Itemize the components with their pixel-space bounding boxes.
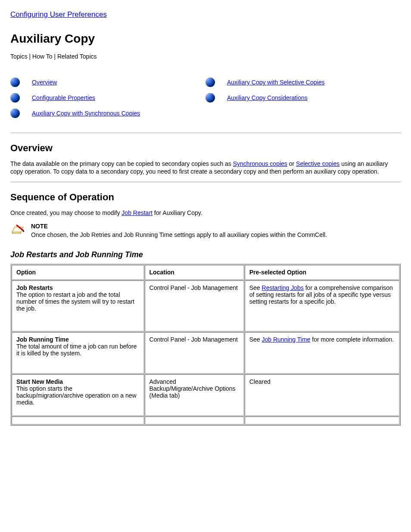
col-preselected: Pre-selected Option — [245, 265, 399, 280]
see-also-post: for Auxiliary Copy. — [154, 209, 202, 216]
bullet-icon — [206, 93, 215, 103]
col-option: Option — [12, 265, 144, 280]
parameters-table: Option Location Pre-selected Option Job … — [10, 264, 401, 426]
overview-paragraph: The data available on the primary copy c… — [10, 160, 401, 175]
topic-item: Auxiliary Copy with Synchronous Copies — [10, 109, 206, 118]
bullet-icon — [10, 109, 20, 118]
cell-location: Control Panel - Job Management — [145, 280, 244, 331]
divider — [10, 182, 401, 182]
see-also-link-job-restart[interactable]: Job Restart — [121, 209, 153, 216]
note-text: Once chosen, the Job Retries and Job Run… — [31, 231, 327, 238]
overview-text-mid: or — [289, 160, 296, 167]
opt-name: Start New Media — [16, 378, 63, 385]
config-heading: Sequence of Operation — [10, 192, 401, 203]
overview-text-pre: The data available on the primary copy c… — [10, 160, 233, 167]
job-restart-heading: Job Restarts and Job Running Time — [10, 250, 401, 259]
table-row — [12, 417, 399, 424]
cell-empty — [145, 417, 244, 424]
see-also-pre: Once created, you may choose to modify — [10, 209, 121, 216]
bullet-icon — [10, 93, 20, 103]
overview-link-selective-copies[interactable]: Selective copies — [296, 160, 339, 167]
breadcrumb: Configuring User Preferences — [10, 10, 401, 19]
topic-link-aux-copy-sync[interactable]: Auxiliary Copy with Synchronous Copies — [32, 110, 140, 117]
ref-pre: See — [249, 336, 262, 343]
topic-link-aux-copy-considerations[interactable]: Auxiliary Copy Considerations — [227, 94, 308, 101]
table-row: Start New Media This option starts the b… — [12, 374, 399, 416]
cell-location: Advanced Backup/Migrate/Archive Options … — [145, 374, 244, 416]
topic-item: Auxiliary Copy Considerations — [206, 93, 401, 103]
overview-link-sync-copies[interactable]: Synchronous copies — [233, 160, 287, 167]
topic-link-configurable-properties[interactable]: Configurable Properties — [32, 94, 95, 101]
divider — [10, 133, 401, 133]
svg-marker-1 — [12, 232, 21, 233]
ref-link-restarting-jobs[interactable]: Restarting Jobs — [262, 284, 304, 291]
note-content: NOTE Once chosen, the Job Retries and Jo… — [31, 223, 327, 238]
topic-link-aux-copy-selective[interactable]: Auxiliary Copy with Selective Copies — [227, 79, 324, 86]
intro-text: Topics | How To | Related Topics — [10, 53, 401, 60]
cell-option: Job Running Time The total amount of tim… — [12, 332, 144, 373]
table-row: Job Restarts The option to restart a job… — [12, 280, 399, 331]
cell-option: Start New Media This option starts the b… — [12, 374, 144, 416]
table-header-row: Option Location Pre-selected Option — [12, 265, 399, 280]
bullet-icon — [206, 78, 215, 87]
topics-list: Overview Configurable Properties Auxilia… — [10, 72, 401, 124]
note-label: NOTE — [31, 223, 327, 230]
cell-option: Job Restarts The option to restart a job… — [12, 280, 144, 331]
breadcrumb-link[interactable]: Configuring User Preferences — [10, 10, 107, 19]
opt-name: Job Running Time — [16, 336, 69, 343]
topic-item: Auxiliary Copy with Selective Copies — [206, 78, 401, 87]
cell-empty — [12, 417, 144, 424]
opt-desc: The total amount of time a job can run b… — [16, 343, 137, 357]
cell-reference: See Job Running Time for more complete i… — [245, 332, 399, 373]
col-location: Location — [145, 265, 244, 280]
opt-desc: This option starts the backup/migration/… — [16, 385, 137, 406]
topic-link-overview[interactable]: Overview — [32, 79, 57, 86]
see-also-paragraph: Once created, you may choose to modify J… — [10, 209, 401, 217]
opt-name: Job Restarts — [16, 284, 53, 291]
note-icon — [10, 223, 25, 236]
cell-empty — [245, 417, 399, 424]
topic-item: Configurable Properties — [10, 93, 206, 103]
ref-link-job-running-time[interactable]: Job Running Time — [262, 336, 311, 343]
cell-reference: See Restarting Jobs for a comprehensive … — [245, 280, 399, 331]
bullet-icon — [10, 78, 20, 87]
ref-post: for more complete information. — [312, 336, 394, 343]
page-title: Auxiliary Copy — [10, 32, 401, 46]
cell-reference: Cleared — [245, 374, 399, 416]
cell-location: Control Panel - Job Management — [145, 332, 244, 373]
overview-heading: Overview — [10, 143, 401, 154]
opt-desc: The option to restart a job and the tota… — [16, 291, 134, 312]
ref-pre: See — [249, 284, 262, 291]
note-block: NOTE Once chosen, the Job Retries and Jo… — [10, 223, 401, 238]
topic-item: Overview — [10, 78, 206, 87]
table-row: Job Running Time The total amount of tim… — [12, 332, 399, 373]
